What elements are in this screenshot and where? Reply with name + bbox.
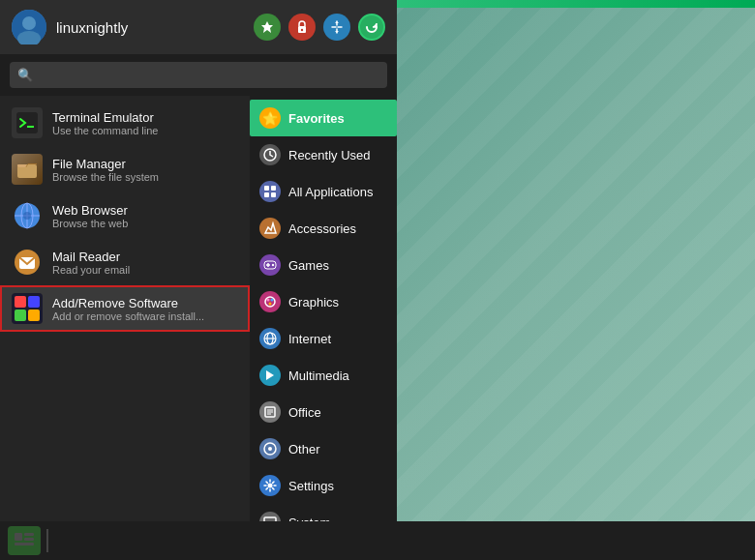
plugins-icon[interactable] <box>254 14 281 41</box>
category-multimedia[interactable]: Multimedia <box>250 357 397 394</box>
app-item-terminal[interactable]: Terminal Emulator Use the command line <box>0 100 250 146</box>
games-icon <box>259 254 281 276</box>
accessories-icon <box>259 218 281 239</box>
other-icon <box>259 438 281 459</box>
app-title-file-manager: File Manager <box>52 157 238 171</box>
svg-point-28 <box>271 299 274 302</box>
svg-point-27 <box>267 299 270 302</box>
mail-reader-icon <box>12 247 43 278</box>
category-settings[interactable]: Settings <box>250 467 397 504</box>
refresh-icon[interactable] <box>358 14 385 41</box>
file-manager-icon <box>12 154 43 185</box>
svg-point-25 <box>272 264 274 266</box>
menu-body: Terminal Emulator Use the command line F… <box>0 96 397 545</box>
svg-point-40 <box>268 484 273 488</box>
terminal-icon <box>12 107 43 138</box>
category-label-recently-used: Recently Used <box>288 148 371 162</box>
svg-rect-6 <box>16 112 38 133</box>
app-title-mail-reader: Mail Reader <box>52 250 238 264</box>
add-remove-software-icon <box>12 293 43 324</box>
web-browser-icon <box>12 200 43 231</box>
category-label-internet: Internet <box>288 332 331 346</box>
app-item-mail-reader[interactable]: Mail Reader Read your email <box>0 239 250 285</box>
svg-rect-18 <box>264 186 269 191</box>
internet-icon <box>259 328 281 349</box>
search-icon: 🔍 <box>17 68 33 82</box>
svg-point-29 <box>269 303 272 306</box>
taskbar <box>0 521 755 560</box>
all-applications-icon <box>259 181 281 202</box>
category-label-games: Games <box>288 258 329 273</box>
svg-rect-21 <box>271 192 276 197</box>
username: linuxnightly <box>56 19 244 36</box>
app-title-web-browser: Web Browser <box>52 203 238 218</box>
category-internet[interactable]: Internet <box>250 320 397 357</box>
svg-rect-19 <box>271 186 276 191</box>
svg-marker-3 <box>261 21 273 33</box>
svg-rect-46 <box>15 543 34 545</box>
svg-point-5 <box>301 29 303 31</box>
update-icon[interactable] <box>323 14 350 41</box>
app-subtitle-add-remove-software: Add or remove software install... <box>52 310 238 322</box>
settings-icon <box>259 475 281 496</box>
avatar <box>12 10 46 44</box>
category-label-multimedia: Multimedia <box>288 368 349 383</box>
category-office[interactable]: Office <box>250 394 397 430</box>
category-label-settings: Settings <box>288 479 334 493</box>
application-menu: linuxnightly <box>0 0 397 522</box>
categories-panel: ⭐ Favorites Recently Used <box>250 96 397 545</box>
menu-header: linuxnightly <box>0 0 397 54</box>
multimedia-icon <box>259 365 281 386</box>
lock-icon[interactable] <box>288 14 316 41</box>
category-label-accessories: Accessories <box>288 221 356 236</box>
taskbar-menu-button[interactable] <box>8 526 41 555</box>
category-all-applications[interactable]: All Applications <box>250 173 397 210</box>
category-recently-used[interactable]: Recently Used <box>250 136 397 173</box>
category-label-other: Other <box>288 442 320 457</box>
svg-rect-20 <box>264 192 269 197</box>
app-subtitle-terminal: Use the command line <box>52 125 238 136</box>
svg-rect-47 <box>24 538 34 541</box>
category-other[interactable]: Other <box>250 430 397 467</box>
category-label-favorites: Favorites <box>288 111 345 126</box>
svg-marker-33 <box>266 370 274 380</box>
app-subtitle-web-browser: Browse the web <box>52 218 238 229</box>
office-icon <box>259 401 281 423</box>
app-item-add-remove-software[interactable]: Add/Remove Software Add or remove softwa… <box>0 285 250 332</box>
app-item-file-manager[interactable]: File Manager Browse the file system <box>0 146 250 192</box>
app-subtitle-file-manager: Browse the file system <box>52 171 238 183</box>
app-subtitle-mail-reader: Read your email <box>52 264 238 276</box>
app-item-web-browser[interactable]: Web Browser Browse the web <box>0 192 250 239</box>
svg-point-39 <box>268 447 272 451</box>
svg-point-1 <box>22 16 36 30</box>
app-title-terminal: Terminal Emulator <box>52 110 238 125</box>
search-input-wrap[interactable]: 🔍 <box>10 62 387 88</box>
category-label-all-applications: All Applications <box>288 185 373 199</box>
category-label-graphics: Graphics <box>288 295 339 309</box>
app-title-add-remove-software: Add/Remove Software <box>52 296 238 310</box>
category-label-office: Office <box>288 405 321 420</box>
app-info-add-remove-software: Add/Remove Software Add or remove softwa… <box>52 296 238 322</box>
category-accessories[interactable]: Accessories <box>250 210 397 247</box>
category-games[interactable]: Games <box>250 247 397 283</box>
category-graphics[interactable]: Graphics <box>250 283 397 320</box>
app-info-file-manager: File Manager Browse the file system <box>52 157 238 183</box>
taskbar-divider <box>46 529 48 552</box>
svg-rect-44 <box>15 533 22 541</box>
svg-rect-9 <box>17 164 26 167</box>
recently-used-icon <box>259 144 281 165</box>
search-input[interactable] <box>39 68 379 82</box>
favorites-icon: ⭐ <box>259 107 281 129</box>
svg-rect-45 <box>24 533 34 536</box>
svg-point-14 <box>23 212 31 220</box>
app-info-terminal: Terminal Emulator Use the command line <box>52 110 238 136</box>
search-bar: 🔍 <box>0 54 397 96</box>
apps-panel: Terminal Emulator Use the command line F… <box>0 96 250 545</box>
category-favorites[interactable]: ⭐ Favorites <box>250 100 397 136</box>
top-accent-bar <box>387 0 755 8</box>
app-info-web-browser: Web Browser Browse the web <box>52 203 238 229</box>
graphics-icon <box>259 291 281 312</box>
header-icon-group <box>254 14 385 41</box>
app-info-mail-reader: Mail Reader Read your email <box>52 250 238 276</box>
